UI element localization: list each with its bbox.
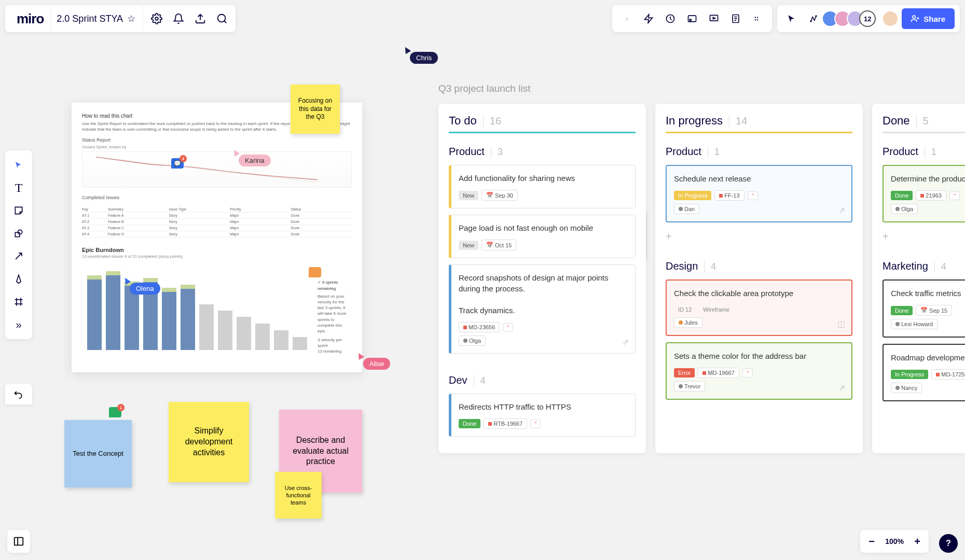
zoom-value[interactable]: 100% xyxy=(885,537,904,545)
topbar-icons xyxy=(143,5,231,32)
more-apps-icon[interactable] xyxy=(748,9,767,28)
user-cursor: Chris xyxy=(410,52,438,64)
svg-point-7 xyxy=(690,19,691,21)
svg-marker-4 xyxy=(645,15,653,23)
text-tool[interactable]: T xyxy=(8,177,29,198)
completed-table: KeySummaryIssue TypePriorityStatus AT-1F… xyxy=(82,206,352,237)
comment-badge[interactable]: 1 xyxy=(109,407,121,417)
svg-point-17 xyxy=(757,19,758,20)
card-link-icon: ⇗ xyxy=(838,205,845,215)
section-title: Product xyxy=(449,146,485,158)
kanban-card[interactable]: Check traffic metrics Done📅 Sep 15 Lexi … xyxy=(883,279,965,338)
svg-point-16 xyxy=(755,19,756,20)
apps-group: › xyxy=(612,5,772,32)
frame-tool[interactable] xyxy=(8,291,29,312)
embed-icon[interactable] xyxy=(683,9,701,28)
card-link-icon: ⇗ xyxy=(622,337,629,347)
column-count: 16 xyxy=(483,115,501,127)
more-tools[interactable]: » xyxy=(8,314,29,335)
shape-tool[interactable] xyxy=(8,223,29,244)
kanban-title: Q3 project launch list xyxy=(438,83,530,94)
comment-badge[interactable] xyxy=(309,267,321,277)
kanban-board[interactable]: To do16 Product3 Add functionality for s… xyxy=(438,104,965,453)
comment-badge[interactable]: 4💬 xyxy=(171,158,184,169)
collab-group: 12 Share xyxy=(777,5,960,32)
kanban-card[interactable]: Page load is not fast enough on mobile N… xyxy=(449,215,636,258)
cursor-icon[interactable] xyxy=(782,9,801,28)
svg-point-20 xyxy=(913,16,915,18)
user-cursor: Olena xyxy=(130,283,160,295)
user-cursor: Karina xyxy=(239,155,271,166)
column-title: To do xyxy=(449,114,477,128)
help-button[interactable]: ? xyxy=(939,534,958,553)
svg-line-25 xyxy=(16,253,22,259)
svg-line-3 xyxy=(224,21,226,23)
avatar-stack[interactable]: 12 xyxy=(826,10,876,27)
topbar-right: › 12 Share xyxy=(612,5,960,32)
card-link-icon: ⇗ xyxy=(838,383,845,393)
svg-point-0 xyxy=(155,17,158,20)
kanban-card[interactable]: Determine the product customer support D… xyxy=(883,165,965,222)
sprint-report-embed[interactable]: How to read this chart Use the Sprint Re… xyxy=(72,103,362,372)
pen-tool[interactable] xyxy=(8,269,29,289)
zoom-out-button[interactable]: − xyxy=(866,536,877,548)
add-card-button[interactable]: + xyxy=(883,229,965,245)
svg-point-2 xyxy=(218,15,226,22)
select-tool[interactable] xyxy=(8,155,29,175)
sticky-note[interactable]: Test the Concept xyxy=(64,420,132,487)
sticky-note[interactable]: Focusing on this data for the Q3 xyxy=(291,85,340,134)
logo[interactable]: miro xyxy=(9,11,51,27)
sticky-tool[interactable] xyxy=(8,200,29,221)
kanban-card[interactable]: Roadmap development In Progress MD-17254… xyxy=(883,344,965,401)
zoom-controls: − 100% + xyxy=(860,530,929,553)
kanban-card[interactable]: Add functionality for sharing news New📅 … xyxy=(449,165,636,208)
chevron-right-icon[interactable]: › xyxy=(617,9,636,28)
sticky-note[interactable]: Use cross-functional teams xyxy=(275,472,322,519)
arrow-tool[interactable] xyxy=(8,246,29,267)
participant-count: 12 xyxy=(859,10,876,27)
sticky-note[interactable]: Simplify development activities xyxy=(169,402,249,482)
svg-point-18 xyxy=(810,21,811,22)
kanban-card[interactable]: Redirects HTTP traffic to HTTPS Done RTB… xyxy=(449,394,636,437)
bell-icon[interactable] xyxy=(169,9,188,28)
svg-rect-30 xyxy=(15,538,23,545)
lightning-icon[interactable] xyxy=(639,9,658,28)
kanban-column-inprogress: In progress14 Product1 Schedule next rel… xyxy=(655,104,863,453)
epic-title: Epic Burndown xyxy=(82,247,352,253)
share-label: Share xyxy=(923,15,945,23)
svg-rect-23 xyxy=(15,232,19,236)
present-icon[interactable] xyxy=(705,9,723,28)
star-icon[interactable]: ☆ xyxy=(127,13,135,24)
kanban-card[interactable]: Check the clickable area prototype ID 12… xyxy=(666,279,852,336)
timer-icon[interactable] xyxy=(661,9,680,28)
burndown-chart xyxy=(82,151,352,188)
board-title-text: 2.0 Sprint STYA xyxy=(57,13,123,24)
left-toolbar: T » xyxy=(5,150,32,339)
svg-point-15 xyxy=(757,17,758,18)
epic-sub: 13 unestimated issues 9 of 21 completed … xyxy=(82,254,352,259)
zoom-in-button[interactable]: + xyxy=(912,536,922,548)
kanban-card[interactable]: Schedule next release In Progress FF-13⌃… xyxy=(666,165,852,222)
kanban-column-done: Done5 Product1 Determine the product cus… xyxy=(872,104,965,453)
notes-icon[interactable] xyxy=(726,9,745,28)
topbar-left: miro 2.0 Sprint STYA ☆ xyxy=(5,5,236,32)
my-avatar[interactable] xyxy=(882,10,899,27)
share-button[interactable]: Share xyxy=(902,8,955,29)
completed-label: Completed Issues xyxy=(82,195,352,200)
reactions-icon[interactable] xyxy=(804,9,823,28)
minimap-toggle[interactable] xyxy=(7,530,30,553)
settings-icon[interactable] xyxy=(147,9,166,28)
kanban-column-todo: To do16 Product3 Add functionality for s… xyxy=(438,104,646,453)
kanban-card[interactable]: Sets a theme color for the address bar E… xyxy=(666,342,852,400)
svg-point-14 xyxy=(755,17,756,18)
card-link-icon: ◫ xyxy=(837,319,845,329)
search-icon[interactable] xyxy=(213,9,231,28)
add-card-button[interactable]: + xyxy=(666,229,852,245)
board-title[interactable]: 2.0 Sprint STYA ☆ xyxy=(51,5,141,32)
svg-point-19 xyxy=(816,16,817,17)
report-status: Status Report xyxy=(82,137,352,143)
export-icon[interactable] xyxy=(191,9,210,28)
kanban-card[interactable]: Record snapshots of design at major poin… xyxy=(449,264,636,354)
undo-button[interactable] xyxy=(5,384,32,404)
report-closed: Closed Sprint, ended by xyxy=(82,145,352,149)
